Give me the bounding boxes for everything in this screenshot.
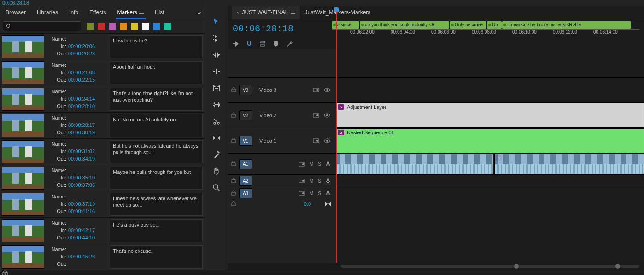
- sequence-tab-active[interactable]: × JUST WAIT-FINAL: [232, 6, 300, 19]
- voiceover-mic-icon[interactable]: [326, 190, 330, 197]
- tab-info[interactable]: Info: [64, 6, 84, 19]
- track-v3-lane[interactable]: [336, 77, 644, 102]
- marker-comment[interactable]: No! No no no. Absolutely no: [110, 114, 203, 137]
- track-a1-lane[interactable]: fx: [336, 153, 644, 174]
- zoom-knob-left[interactable]: [514, 264, 519, 269]
- voiceover-mic-icon[interactable]: [326, 161, 330, 167]
- timeline-marker[interactable]: Only because: [450, 21, 486, 29]
- ripple-edit-icon[interactable]: [212, 50, 221, 60]
- timeline-marker[interactable]: Uh: [487, 21, 502, 29]
- color-swatch[interactable]: [131, 23, 138, 30]
- marker-row[interactable]: Name: In:00:00:21:08 Out:00:00:22:15 Abo…: [0, 60, 205, 86]
- lock-icon[interactable]: [228, 138, 239, 144]
- search-input[interactable]: [3, 21, 81, 31]
- color-swatch[interactable]: [153, 23, 160, 30]
- settings-wrench-icon[interactable]: [286, 40, 293, 48]
- lock-all-icon[interactable]: [228, 201, 239, 208]
- marker-row[interactable]: Name: In:00:00:37:19 Out:00:00:41:16 I m…: [0, 191, 205, 217]
- timeline-horizontal-scroll[interactable]: [228, 263, 644, 270]
- tab-effects[interactable]: Effects: [84, 6, 111, 19]
- insert-overwrite-icon[interactable]: [233, 41, 239, 47]
- color-swatch[interactable]: [164, 23, 171, 30]
- solo-button[interactable]: S: [318, 191, 321, 196]
- color-swatch[interactable]: [109, 23, 116, 30]
- lock-icon[interactable]: [228, 87, 239, 94]
- source-patch-button[interactable]: A3: [239, 188, 252, 198]
- timeline-marker[interactable]: I mean<c> he broke his legs.<R>He: [502, 21, 631, 29]
- marker-row[interactable]: Name: In:00:00:42:17 Out:00:00:44:10 He'…: [0, 217, 205, 244]
- source-patch-button[interactable]: V2: [239, 110, 252, 120]
- audio-level-value[interactable]: 0.0: [304, 201, 311, 207]
- color-swatch[interactable]: [87, 23, 94, 30]
- tab-history[interactable]: Hist: [149, 6, 170, 19]
- toggle-track-output-icon[interactable]: [324, 88, 330, 92]
- toggle-sync-lock-icon[interactable]: [313, 87, 319, 93]
- color-swatch[interactable]: [98, 23, 105, 30]
- marker-comment[interactable]: That's no excuse.: [110, 245, 203, 269]
- clip-nested-sequence[interactable]: fx Nested Sequence 01: [336, 128, 644, 153]
- toggle-track-output-icon[interactable]: [324, 113, 330, 118]
- timeline-marker[interactable]: do you think you could actually <R: [360, 21, 449, 29]
- lock-icon[interactable]: [228, 112, 239, 119]
- add-marker-icon[interactable]: [273, 41, 279, 47]
- audio-clip[interactable]: [336, 154, 493, 174]
- tab-browser[interactable]: Browser: [0, 6, 31, 19]
- source-patch-button[interactable]: A1: [239, 159, 252, 169]
- marker-comment[interactable]: Maybe he pulls through for you but: [110, 167, 203, 190]
- zoom-tool-icon[interactable]: [212, 183, 221, 192]
- snap-icon[interactable]: [246, 41, 252, 47]
- solo-button[interactable]: S: [318, 179, 321, 184]
- marker-comment[interactable]: But he's not always lateand he always pu…: [110, 140, 203, 163]
- lock-icon[interactable]: [228, 178, 239, 185]
- marker-row[interactable]: Name: In:00:00:35:10 Out:00:00:37:06 May…: [0, 165, 205, 191]
- track-v2-lane[interactable]: fx Adjustment Layer: [336, 102, 644, 128]
- timeline-marker[interactable]: > since: [332, 21, 359, 29]
- source-patch-button[interactable]: A2: [239, 176, 252, 186]
- toggle-sync-lock-icon[interactable]: [299, 191, 305, 196]
- mute-button[interactable]: M: [310, 191, 313, 196]
- color-swatch[interactable]: [142, 23, 149, 30]
- linked-selection-icon[interactable]: [259, 41, 266, 47]
- lock-icon[interactable]: [228, 161, 239, 167]
- marker-row[interactable]: Name: In:00:00:20:06 Out:00:00:20:28 How…: [0, 33, 205, 60]
- toggle-sync-lock-icon[interactable]: [313, 113, 319, 118]
- source-patch-button[interactable]: V3: [239, 85, 252, 95]
- marker-row[interactable]: Name: In:00:00:31:02 Out:00:00:34:19 But…: [0, 138, 205, 165]
- audio-clip[interactable]: fx: [494, 154, 644, 174]
- track-select-forward-icon[interactable]: [212, 34, 221, 43]
- playhead[interactable]: [336, 10, 337, 263]
- marker-row[interactable]: Name: In:00:00:45:26 Out: That's no excu…: [0, 244, 205, 270]
- marker-row[interactable]: Name: In:00:00:24:14 Out:00:00:28:10 Tha…: [0, 86, 205, 112]
- solo-button[interactable]: S: [318, 161, 321, 167]
- marker-comment[interactable]: About half an hour.: [110, 61, 203, 84]
- clip-adjustment-layer[interactable]: fx Adjustment Layer: [336, 103, 644, 128]
- rolling-edit-icon[interactable]: [212, 67, 221, 76]
- playhead-timecode[interactable]: 00:06:28:18: [228, 24, 332, 34]
- marker-comment[interactable]: He's a busy guy so...: [110, 219, 203, 242]
- marker-row[interactable]: Name: In:00:00:28:17 Out:00:00:30:19 No!…: [0, 112, 205, 138]
- mute-button[interactable]: M: [310, 179, 313, 184]
- razor-tool-icon[interactable]: [212, 117, 221, 126]
- rate-stretch-icon[interactable]: [212, 84, 221, 93]
- toggle-track-output-icon[interactable]: [324, 138, 330, 143]
- track-a2-lane[interactable]: [336, 174, 644, 187]
- selection-tool-icon[interactable]: [212, 17, 221, 26]
- pen-tool-icon[interactable]: [212, 150, 221, 159]
- tab-libraries[interactable]: Libraries: [31, 6, 64, 19]
- lock-icon[interactable]: [228, 190, 239, 197]
- source-patch-button[interactable]: V1: [239, 136, 252, 146]
- marker-comment[interactable]: That's a long time right?Like I'm not ju…: [110, 88, 203, 111]
- zoom-knob-right[interactable]: [615, 264, 620, 269]
- panel-menu-icon[interactable]: [139, 10, 144, 15]
- track-v1-lane[interactable]: fx Nested Sequence 01: [336, 128, 644, 153]
- marker-comment[interactable]: I mean he's always late whenever we meet…: [110, 193, 203, 216]
- marker-comment[interactable]: How late is he?: [110, 35, 203, 58]
- slip-tool-icon[interactable]: [212, 100, 221, 109]
- toggle-sync-lock-icon[interactable]: [299, 178, 305, 184]
- cc-sync-icon[interactable]: [2, 270, 8, 275]
- track-a3-lane[interactable]: [336, 187, 644, 199]
- marker-list[interactable]: Name: In:00:00:20:06 Out:00:00:20:28 How…: [0, 33, 205, 270]
- mute-button[interactable]: M: [310, 161, 313, 167]
- time-ruler[interactable]: > sincedo you think you could actually <…: [332, 21, 639, 37]
- slide-tool-icon[interactable]: [212, 133, 221, 143]
